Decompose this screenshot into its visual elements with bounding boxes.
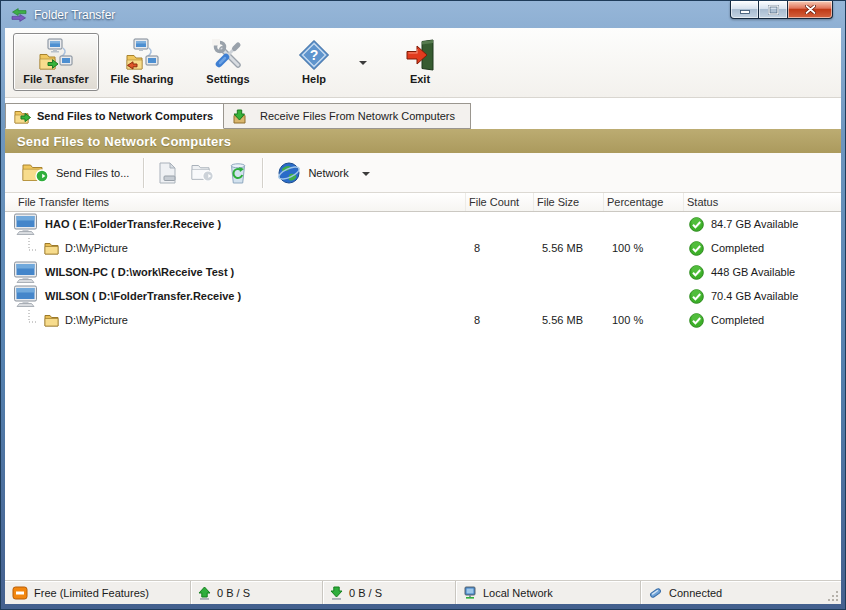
- client-area: File Transfer File Sh: [5, 28, 841, 604]
- network-caret-icon: [362, 172, 370, 180]
- file-sharing-icon: [125, 38, 159, 71]
- percentage-value: 100 %: [604, 242, 684, 254]
- file-count-value: 8: [466, 242, 534, 254]
- tab-send-label: Send Files to Network Computers: [37, 110, 213, 122]
- table-row-folder[interactable]: D:\MyPicture 8 5.56 MB 100 % Completed: [5, 236, 841, 260]
- network-globe-icon: [277, 161, 301, 185]
- file-sharing-button[interactable]: File Sharing: [99, 33, 185, 91]
- send-files-to-button[interactable]: Send Files to...: [15, 159, 136, 186]
- table-row-folder[interactable]: D:\MyPicture 8 5.56 MB 100 % Completed: [5, 308, 841, 332]
- file-size-value: 5.56 MB: [534, 314, 604, 326]
- file-transfer-icon: [39, 38, 73, 71]
- exit-icon: [405, 39, 435, 71]
- file-transfer-label: File Transfer: [23, 73, 88, 85]
- clear-list-button[interactable]: [221, 158, 255, 187]
- toolbar-separator: [262, 158, 263, 188]
- exit-button[interactable]: Exit: [377, 33, 463, 91]
- upload-speed-text: 0 B / S: [217, 587, 250, 599]
- toolbar-separator: [143, 158, 144, 188]
- table-row-computer[interactable]: WILSON-PC ( D:\work\Receive Test ) 448 G…: [5, 260, 841, 284]
- close-button[interactable]: [788, 1, 833, 19]
- status-text: Completed: [711, 314, 764, 326]
- section-header: Send Files to Network Computers: [5, 129, 841, 153]
- settings-button[interactable]: Settings: [185, 33, 271, 91]
- check-icon: [689, 265, 704, 280]
- folder-icon: [44, 241, 59, 255]
- minimize-button[interactable]: [730, 1, 759, 19]
- remove-file-button[interactable]: [151, 159, 184, 187]
- remove-folder-button[interactable]: [184, 160, 221, 185]
- computer-icon: [13, 261, 39, 284]
- status-bar: Free (Limited Features) 0 B / S 0 B / S: [5, 580, 841, 604]
- title-bar: Folder Transfer: [5, 1, 841, 28]
- computer-icon: [13, 285, 39, 308]
- column-percentage[interactable]: Percentage: [604, 193, 684, 211]
- file-sharing-label: File Sharing: [111, 73, 174, 85]
- upload-speed-panel: 0 B / S: [191, 581, 323, 604]
- file-count-value: 8: [466, 314, 534, 326]
- local-network-icon: [463, 586, 477, 600]
- computer-name: WILSON ( D:\FolderTransfer.Receive ): [45, 290, 241, 302]
- receive-package-icon: [232, 109, 247, 124]
- recycle-refresh-icon: [228, 161, 248, 184]
- computer-name: HAO ( E:\FolderTransfer.Receive ): [45, 218, 221, 230]
- help-button[interactable]: ? Help: [271, 33, 357, 91]
- tree-branch-icon: [26, 310, 38, 330]
- file-transfer-button[interactable]: File Transfer: [13, 33, 99, 91]
- folder-icon: [44, 313, 59, 327]
- license-icon: [12, 586, 28, 600]
- check-icon: [689, 313, 704, 328]
- download-speed-text: 0 B / S: [349, 587, 382, 599]
- remove-folder-icon: [191, 163, 214, 182]
- settings-label: Settings: [206, 73, 249, 85]
- help-dropdown-caret-icon[interactable]: [359, 61, 367, 69]
- check-icon: [689, 289, 704, 304]
- exit-label: Exit: [410, 73, 430, 85]
- help-label: Help: [302, 73, 326, 85]
- remove-file-icon: [158, 162, 177, 184]
- status-text: 70.4 GB Available: [711, 290, 798, 302]
- maximize-button[interactable]: [759, 1, 788, 19]
- actions-toolbar: Send Files to...: [5, 153, 841, 193]
- check-icon: [689, 241, 704, 256]
- status-text: 84.7 GB Available: [711, 218, 798, 230]
- main-toolbar: File Transfer File Sh: [5, 28, 841, 98]
- help-icon: ?: [298, 39, 330, 71]
- license-text: Free (Limited Features): [34, 587, 149, 599]
- transfer-list: HAO ( E:\FolderTransfer.Receive ) 84.7 G…: [5, 212, 841, 580]
- license-panel: Free (Limited Features): [5, 581, 191, 604]
- table-header: File Transfer Items File Count File Size…: [5, 193, 841, 212]
- network-panel: Local Network: [456, 581, 641, 604]
- download-arrow-icon: [330, 586, 343, 600]
- tab-receive-files[interactable]: Receive Files From Netowrk Computers: [224, 103, 471, 129]
- network-text: Local Network: [483, 587, 553, 599]
- upload-arrow-icon: [198, 586, 211, 600]
- column-file-count[interactable]: File Count: [466, 193, 534, 211]
- app-icon: [11, 8, 27, 22]
- tab-receive-label: Receive Files From Netowrk Computers: [253, 110, 462, 122]
- table-row-computer[interactable]: WILSON ( D:\FolderTransfer.Receive ) 70.…: [5, 284, 841, 308]
- network-dropdown-button[interactable]: Network: [270, 158, 376, 188]
- computer-icon: [13, 213, 39, 236]
- check-icon: [689, 217, 704, 232]
- resize-grip[interactable]: [827, 590, 839, 602]
- status-text: Completed: [711, 242, 764, 254]
- send-files-to-label: Send Files to...: [56, 167, 129, 179]
- send-files-folder-icon: [22, 162, 49, 183]
- column-status[interactable]: Status: [684, 193, 841, 211]
- settings-icon: [212, 39, 244, 71]
- status-text: 448 GB Available: [711, 266, 795, 278]
- computer-name: WILSON-PC ( D:\work\Receive Test ): [45, 266, 234, 278]
- tab-bar: Send Files to Network Computers Receive …: [5, 98, 841, 129]
- download-speed-panel: 0 B / S: [323, 581, 456, 604]
- table-row-computer[interactable]: HAO ( E:\FolderTransfer.Receive ) 84.7 G…: [5, 212, 841, 236]
- svg-text:?: ?: [310, 47, 319, 63]
- column-file-transfer-items[interactable]: File Transfer Items: [5, 193, 466, 211]
- column-file-size[interactable]: File Size: [534, 193, 604, 211]
- network-label: Network: [308, 167, 348, 179]
- window-title: Folder Transfer: [34, 8, 115, 22]
- tab-send-files[interactable]: Send Files to Network Computers: [5, 103, 224, 129]
- percentage-value: 100 %: [604, 314, 684, 326]
- section-title: Send Files to Network Computers: [17, 134, 231, 149]
- connection-text: Connected: [669, 587, 722, 599]
